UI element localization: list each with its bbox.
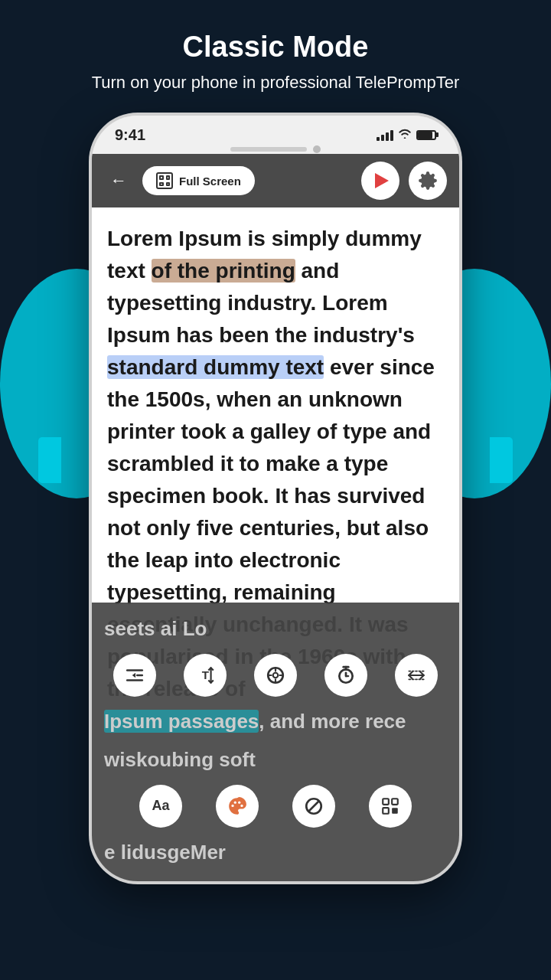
flip-icon bbox=[406, 665, 426, 685]
timer-icon-btn[interactable] bbox=[324, 654, 367, 697]
side-button-left[interactable] bbox=[38, 437, 61, 483]
battery-icon bbox=[416, 130, 436, 140]
svg-text:T: T bbox=[202, 668, 210, 681]
notch-dot bbox=[313, 145, 321, 153]
fullscreen-label: Full Screen bbox=[179, 175, 241, 188]
svg-point-22 bbox=[240, 804, 243, 806]
svg-rect-26 bbox=[392, 799, 398, 805]
palette-icon-btn[interactable] bbox=[216, 785, 259, 828]
bottom-overlay: seets ai Lo bbox=[92, 603, 459, 881]
notch-bar bbox=[230, 147, 307, 152]
overlay-text-line1: seets ai Lo bbox=[99, 615, 452, 645]
teleprompter-text: Lorem Ipsum is simply dummy text of the … bbox=[92, 207, 459, 881]
svg-point-20 bbox=[234, 801, 236, 803]
wifi-icon bbox=[398, 129, 412, 142]
main-title: Classic Mode bbox=[92, 31, 460, 64]
palette-icon bbox=[227, 796, 247, 816]
app-content: ← Full Screen bbox=[92, 154, 459, 881]
header-section: Classic Mode Turn on your phone in profe… bbox=[77, 0, 475, 108]
fullscreen-button[interactable]: Full Screen bbox=[142, 166, 255, 195]
status-time: 9:41 bbox=[115, 126, 145, 144]
gear-icon bbox=[418, 171, 438, 191]
svg-rect-27 bbox=[383, 808, 389, 814]
app-settings-icon bbox=[380, 796, 400, 816]
app-toolbar: ← Full Screen bbox=[92, 154, 459, 207]
overlay-text-line2: Ipsum passages, and more rece bbox=[99, 704, 452, 738]
app-settings-icon-btn[interactable] bbox=[369, 785, 412, 828]
text-highlight-brown: of the printing bbox=[152, 259, 295, 283]
slash-icon bbox=[304, 796, 324, 816]
battery-fill bbox=[418, 132, 432, 139]
play-triangle-icon bbox=[375, 173, 389, 188]
svg-line-24 bbox=[309, 801, 319, 811]
text-height-icon: T bbox=[195, 665, 215, 685]
indent-icon bbox=[125, 665, 145, 685]
text-height-icon-btn[interactable]: T bbox=[184, 654, 227, 697]
settings-button[interactable] bbox=[409, 162, 447, 200]
flip-icon-btn[interactable] bbox=[395, 654, 438, 697]
slash-icon-btn[interactable] bbox=[292, 785, 335, 828]
indent-icon-btn[interactable] bbox=[113, 654, 156, 697]
speed-dial-icon bbox=[266, 665, 285, 685]
speed-dial-icon-btn[interactable] bbox=[254, 654, 297, 697]
font-icon-btn[interactable]: Aa bbox=[139, 785, 182, 828]
overlay-text-line4: e lidusgeMer bbox=[99, 835, 452, 869]
svg-rect-28 bbox=[392, 808, 398, 814]
svg-rect-25 bbox=[383, 799, 389, 805]
svg-point-19 bbox=[231, 804, 233, 806]
icon-row-1: T bbox=[99, 654, 452, 697]
svg-point-21 bbox=[238, 801, 240, 803]
phone-wrapper: 9:41 bbox=[61, 116, 490, 920]
back-button[interactable]: ← bbox=[104, 165, 133, 197]
notch-area bbox=[218, 145, 333, 154]
subtitle: Turn on your phone in professional TeleP… bbox=[92, 73, 460, 93]
overlay-text-line3: wiskoubing soft bbox=[99, 746, 452, 776]
fullscreen-icon bbox=[156, 172, 173, 189]
phone-shell: 9:41 bbox=[92, 116, 459, 881]
timer-icon bbox=[336, 665, 356, 685]
status-bar: 9:41 bbox=[92, 116, 459, 154]
fullscreen-icon-tr bbox=[166, 175, 171, 180]
fullscreen-icon-tl bbox=[159, 175, 164, 180]
svg-point-6 bbox=[273, 673, 279, 678]
font-label: Aa bbox=[152, 798, 169, 814]
icon-row-2: Aa bbox=[99, 785, 452, 828]
side-button-right[interactable] bbox=[490, 437, 513, 483]
signal-icon bbox=[377, 129, 393, 141]
play-button[interactable] bbox=[361, 162, 399, 200]
text-highlight-blue: standard dummy text bbox=[107, 355, 324, 379]
fullscreen-icon-br bbox=[166, 182, 171, 187]
status-icons bbox=[377, 129, 436, 142]
fullscreen-icon-bl bbox=[159, 182, 164, 187]
